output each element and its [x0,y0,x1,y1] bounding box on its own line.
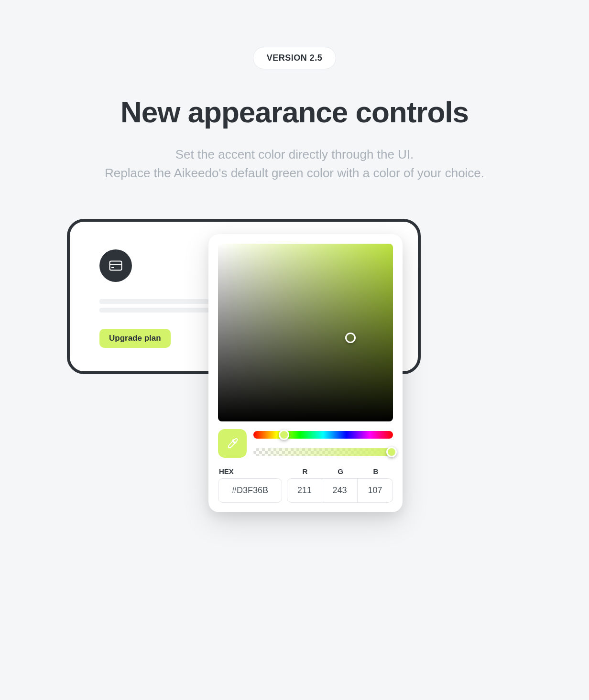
eyedropper-button[interactable] [218,429,247,458]
g-input[interactable] [322,478,358,503]
svg-rect-0 [110,261,122,270]
g-label: G [322,467,358,475]
hex-input[interactable] [218,478,282,503]
card-icon-circle [99,249,132,282]
alpha-slider-handle[interactable] [386,447,397,457]
credit-card-icon [109,260,122,271]
alpha-slider[interactable] [253,448,393,456]
page-heading: New appearance controls [120,95,469,129]
upgrade-plan-button[interactable]: Upgrade plan [99,329,171,348]
b-label: B [358,467,393,475]
eyedropper-icon [227,438,238,449]
color-picker-panel: HEX R G B [208,234,403,512]
page-subheading: Set the accent color directly through th… [105,145,484,183]
hue-slider-handle[interactable] [279,430,289,440]
hex-label: HEX [218,467,282,475]
saturation-value-panel[interactable] [218,244,393,421]
skeleton-line [99,308,219,312]
r-label: R [287,467,322,475]
saturation-value-handle[interactable] [345,333,356,343]
hue-slider[interactable] [253,431,393,439]
b-input[interactable] [358,478,393,503]
version-badge: VERSION 2.5 [253,47,337,69]
r-input[interactable] [287,478,322,503]
